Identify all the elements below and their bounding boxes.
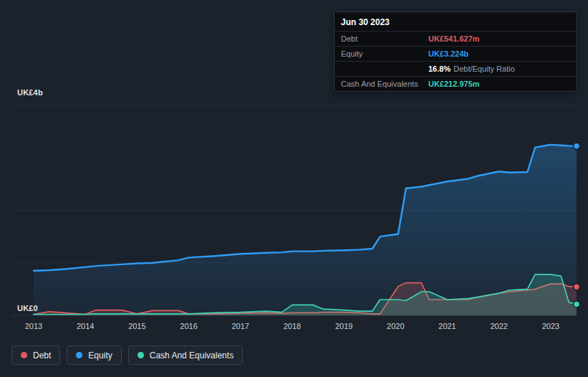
- legend: Debt Equity Cash And Equivalents: [11, 345, 243, 365]
- legend-item-debt[interactable]: Debt: [11, 345, 60, 365]
- x-axis-label: 2020: [378, 322, 413, 330]
- x-axis-label: 2022: [482, 322, 516, 330]
- x-axis-label: 2021: [430, 322, 465, 330]
- tooltip-date: Jun 30 2023: [334, 12, 577, 31]
- tooltip-row-ratio: 16.8%Debt/Equity Ratio: [334, 61, 577, 76]
- legend-debt-label: Debt: [33, 350, 51, 361]
- tooltip-ratio-value: 16.8%: [428, 65, 450, 73]
- tooltip-equity-value: UK£3.224b: [428, 49, 468, 58]
- x-axis-label: 2015: [120, 322, 154, 330]
- x-axis-label: 2019: [327, 322, 361, 330]
- legend-item-equity[interactable]: Equity: [67, 345, 121, 365]
- equity-series-dot: [76, 352, 82, 358]
- x-axis-label: 2017: [223, 322, 258, 330]
- y-axis-label-zero: UK£0: [17, 304, 38, 312]
- x-axis-label: 2013: [16, 322, 51, 330]
- legend-cash-label: Cash And Equivalents: [150, 350, 233, 361]
- tooltip-ratio: 16.8%Debt/Equity Ratio: [428, 65, 515, 73]
- tooltip-debt-value: UK£541.627m: [428, 34, 480, 43]
- x-axis-label: 2014: [68, 322, 102, 330]
- x-axis-label: 2016: [172, 322, 206, 330]
- tooltip-row-equity: Equity UK£3.224b: [334, 46, 577, 61]
- tooltip-cash-label: Cash And Equivalents: [341, 80, 428, 88]
- tooltip-equity-label: Equity: [341, 49, 428, 58]
- tooltip-debt-label: Debt: [341, 34, 428, 43]
- cash-series-dot: [138, 352, 144, 358]
- debt-series-dot: [21, 352, 27, 358]
- tooltip-cash-value: UK£212.975m: [428, 80, 480, 88]
- y-axis-label-max: UK£4b: [17, 88, 43, 97]
- tooltip-row-debt: Debt UK£541.627m: [334, 31, 577, 46]
- legend-item-cash[interactable]: Cash And Equivalents: [128, 345, 243, 365]
- x-axis: 2013201420152016201720182019202020212022…: [0, 322, 588, 333]
- legend-equity-label: Equity: [88, 350, 112, 361]
- debt-equity-history-panel: UK£4b UK£0 20132014201520162017201820192…: [0, 0, 588, 377]
- tooltip-row-cash: Cash And Equivalents UK£212.975m: [334, 76, 577, 91]
- x-axis-label: 2023: [534, 322, 568, 330]
- tooltip-ratio-label: Debt/Equity Ratio: [453, 65, 515, 73]
- x-axis-label: 2018: [275, 322, 309, 330]
- chart-tooltip: Jun 30 2023 Debt UK£541.627m Equity UK£3…: [334, 11, 577, 92]
